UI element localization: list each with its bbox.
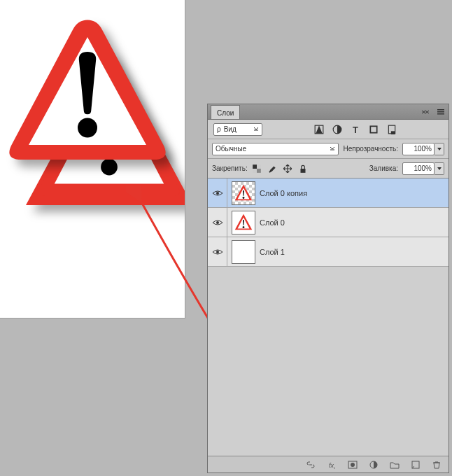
- svg-rect-8: [370, 126, 376, 132]
- visibility-toggle[interactable]: [208, 178, 227, 207]
- layer-name: Слой 0: [260, 218, 285, 227]
- eye-icon: [212, 248, 223, 256]
- delete-layer-icon[interactable]: [432, 460, 442, 470]
- svg-point-20: [243, 226, 245, 228]
- svg-rect-14: [253, 169, 257, 173]
- layer-name: Слой 1: [260, 248, 285, 256]
- visibility-toggle[interactable]: [208, 208, 227, 237]
- svg-point-18: [216, 221, 219, 224]
- chevron-down-icon: [253, 125, 259, 133]
- fill-label: Заливка:: [369, 164, 398, 172]
- lock-pixels-icon[interactable]: [252, 164, 262, 174]
- filter-type-select[interactable]: ρ Вид: [213, 123, 262, 136]
- svg-point-16: [216, 192, 219, 195]
- layer-row[interactable]: Слой 0: [208, 208, 449, 237]
- svg-rect-15: [300, 169, 305, 173]
- blend-mode-value: Обычные: [216, 145, 246, 153]
- lock-label: Закрепить:: [212, 164, 248, 172]
- opacity-label: Непрозрачность:: [343, 145, 398, 153]
- visibility-toggle[interactable]: [208, 237, 227, 266]
- svg-rect-22: [232, 241, 255, 263]
- blend-row: Обычные Непрозрачность: 100%: [208, 139, 449, 159]
- fill-slider-toggle[interactable]: [435, 162, 444, 175]
- opacity-input[interactable]: 100%: [402, 143, 435, 155]
- eye-icon: [212, 218, 223, 227]
- layers-panel: Слои ρ Вид T Обычные: [207, 104, 449, 473]
- lock-all-icon[interactable]: [298, 164, 308, 174]
- svg-rect-2: [437, 109, 444, 111]
- fill-input[interactable]: 100%: [402, 162, 435, 175]
- svg-text:fx: fx: [329, 462, 334, 469]
- opacity-value: 100%: [414, 145, 432, 153]
- fill-value: 100%: [414, 164, 432, 172]
- panel-menu-icon[interactable]: [436, 107, 446, 117]
- filter-row: ρ Вид T: [208, 120, 449, 139]
- chevron-down-icon: [330, 145, 335, 153]
- layer-name: Слой 0 копия: [260, 189, 307, 197]
- opacity-slider-toggle[interactable]: [435, 143, 444, 155]
- svg-text:T: T: [353, 125, 358, 134]
- collapse-icon[interactable]: [421, 107, 430, 117]
- layer-thumbnail[interactable]: [232, 181, 255, 205]
- document-canvas[interactable]: [0, 0, 185, 318]
- new-layer-icon[interactable]: [411, 460, 421, 470]
- tab-layers[interactable]: Слои: [211, 105, 240, 119]
- layer-effects-icon[interactable]: fx: [327, 460, 337, 470]
- filter-smart-icon[interactable]: [387, 125, 397, 134]
- link-layers-icon[interactable]: [306, 460, 316, 470]
- panel-footer: fx: [208, 456, 449, 472]
- lock-brush-icon[interactable]: [267, 164, 277, 174]
- layer-row[interactable]: Слой 1: [208, 237, 449, 267]
- svg-rect-12: [257, 169, 261, 173]
- svg-rect-3: [437, 111, 444, 113]
- svg-rect-10: [391, 131, 395, 134]
- new-group-icon[interactable]: [390, 460, 400, 470]
- filter-pixel-icon[interactable]: [314, 125, 324, 134]
- svg-point-25: [351, 463, 355, 467]
- eye-icon: [212, 189, 223, 197]
- warning-sign-front: [0, 0, 185, 189]
- search-icon: ρ: [217, 125, 221, 133]
- filter-type-label: Вид: [224, 125, 236, 133]
- svg-point-1: [78, 118, 97, 138]
- svg-rect-11: [253, 164, 257, 169]
- svg-point-21: [216, 251, 219, 253]
- svg-point-17: [243, 197, 245, 199]
- new-adjustment-icon[interactable]: [369, 460, 379, 470]
- panel-header: Слои: [208, 104, 449, 120]
- lock-row: Закрепить: Заливка: 100%: [208, 159, 449, 178]
- layer-row[interactable]: Слой 0 копия: [208, 178, 449, 208]
- svg-rect-13: [257, 164, 261, 169]
- add-mask-icon[interactable]: [348, 460, 358, 470]
- filter-adjustment-icon[interactable]: [332, 125, 342, 134]
- svg-rect-4: [437, 113, 444, 115]
- layer-thumbnail[interactable]: [232, 240, 255, 264]
- layer-thumbnail[interactable]: [232, 211, 255, 234]
- filter-shape-icon[interactable]: [369, 125, 379, 134]
- filter-type-icon[interactable]: T: [351, 125, 360, 134]
- layer-list: Слой 0 копия Слой 0 Слой 1: [208, 178, 449, 456]
- blend-mode-select[interactable]: Обычные: [212, 143, 339, 155]
- lock-move-icon[interactable]: [283, 164, 292, 174]
- tab-label: Слои: [217, 109, 234, 117]
